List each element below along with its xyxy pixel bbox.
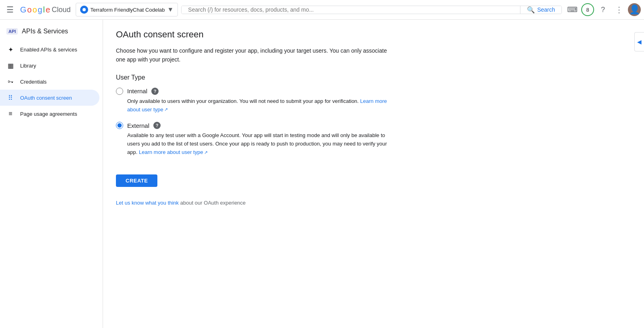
sidebar-item-label: OAuth consent screen bbox=[20, 95, 72, 101]
external-radio-input[interactable] bbox=[116, 122, 123, 129]
notification-badge[interactable]: 8 bbox=[581, 3, 594, 16]
project-selector[interactable]: Terraform FriendlyChat Codelab ▼ bbox=[76, 3, 178, 16]
avatar-icon: 👤 bbox=[629, 4, 640, 15]
search-input[interactable] bbox=[188, 6, 513, 13]
sidebar: API APIs & Services ✦ Enabled APIs & ser… bbox=[0, 20, 103, 328]
page-title: OAuth consent screen bbox=[116, 29, 631, 40]
credentials-icon: 🗝 bbox=[6, 78, 14, 86]
sidebar-item-label: Credentials bbox=[20, 79, 47, 85]
sidebar-item-enabled-apis[interactable]: ✦ Enabled APIs & services bbox=[0, 41, 99, 57]
feedback-link[interactable]: Let us know what you think bbox=[116, 200, 180, 206]
sidebar-collapse-button[interactable]: ◀ bbox=[634, 32, 644, 51]
external-description: Available to any test user with a Google… bbox=[127, 131, 389, 156]
logo-o1: o bbox=[27, 5, 32, 14]
sidebar-item-label: Library bbox=[20, 63, 36, 69]
terminal-button[interactable]: ⌨ bbox=[565, 2, 580, 17]
more-icon: ⋮ bbox=[615, 5, 623, 14]
search-button-label: Search bbox=[537, 6, 555, 13]
external-link-icon: ↗ bbox=[164, 107, 168, 112]
external-option: External ? Available to any test user wi… bbox=[116, 122, 631, 156]
top-navigation: ☰ Google Cloud Terraform FriendlyChat Co… bbox=[0, 0, 644, 20]
logo-g: G bbox=[20, 5, 27, 14]
notification-count: 8 bbox=[586, 7, 589, 13]
footer: Let us know what you think about our OAu… bbox=[116, 200, 631, 206]
page-description: Choose how you want to configure and reg… bbox=[116, 46, 398, 64]
search-container: 🔍 Search bbox=[181, 6, 562, 14]
user-type-section-title: User Type bbox=[116, 74, 631, 81]
help-icon: ? bbox=[601, 6, 605, 14]
library-icon: ▦ bbox=[6, 62, 14, 70]
internal-description: Only available to users within your orga… bbox=[127, 97, 389, 114]
logo-l: l bbox=[43, 5, 45, 14]
sidebar-item-library[interactable]: ▦ Library bbox=[0, 57, 99, 74]
external-link-icon-2: ↗ bbox=[204, 150, 208, 155]
internal-option: Internal ? Only available to users withi… bbox=[116, 88, 631, 114]
sidebar-item-page-usage[interactable]: ≡ Page usage agreements bbox=[0, 106, 99, 122]
external-label-text: External bbox=[127, 122, 149, 129]
terminal-icon: ⌨ bbox=[567, 5, 578, 14]
sidebar-header: API APIs & Services bbox=[0, 25, 103, 41]
search-input-area bbox=[182, 6, 520, 14]
logo-e: e bbox=[45, 5, 50, 14]
project-dot-icon bbox=[80, 6, 88, 14]
nav-right-actions: ⌨ 8 ? ⋮ 👤 bbox=[565, 2, 641, 17]
main-content: ◀ OAuth consent screen Choose how you wa… bbox=[103, 20, 644, 328]
google-cloud-logo: Google Cloud bbox=[20, 5, 71, 14]
internal-radio-input[interactable] bbox=[116, 88, 123, 95]
create-button-container: CREATE bbox=[116, 165, 631, 197]
collapse-icon: ◀ bbox=[637, 39, 642, 45]
page-layout: API APIs & Services ✦ Enabled APIs & ser… bbox=[0, 20, 644, 328]
internal-radio-label[interactable]: Internal ? bbox=[116, 88, 631, 95]
logo-o2: o bbox=[33, 5, 37, 14]
sidebar-title: APIs & Services bbox=[22, 28, 68, 35]
logo-g2: g bbox=[38, 5, 42, 14]
external-radio-label[interactable]: External ? bbox=[116, 122, 631, 129]
create-button[interactable]: CREATE bbox=[116, 174, 157, 187]
user-avatar[interactable]: 👤 bbox=[628, 3, 641, 16]
api-badge: API bbox=[6, 28, 18, 35]
hamburger-menu-icon[interactable]: ☰ bbox=[3, 2, 17, 18]
external-learn-more-link[interactable]: Learn more about user type↗ bbox=[139, 149, 208, 155]
sidebar-item-credentials[interactable]: 🗝 Credentials bbox=[0, 74, 99, 90]
help-button[interactable]: ? bbox=[596, 2, 610, 17]
project-chevron-icon: ▼ bbox=[167, 6, 174, 13]
search-icon: 🔍 bbox=[527, 6, 535, 14]
enabled-apis-icon: ✦ bbox=[6, 45, 14, 53]
project-name: Terraform FriendlyChat Codelab bbox=[91, 7, 165, 13]
logo-cloud-text: Cloud bbox=[52, 6, 71, 14]
external-help-icon[interactable]: ? bbox=[153, 122, 161, 129]
sidebar-item-label: Page usage agreements bbox=[20, 111, 77, 117]
sidebar-item-oauth-consent[interactable]: ⠿ OAuth consent screen bbox=[0, 90, 99, 106]
page-usage-icon: ≡ bbox=[6, 110, 14, 118]
search-button[interactable]: 🔍 Search bbox=[520, 6, 561, 14]
more-options-button[interactable]: ⋮ bbox=[612, 2, 626, 17]
internal-help-icon[interactable]: ? bbox=[151, 88, 159, 95]
oauth-consent-icon: ⠿ bbox=[6, 94, 14, 102]
sidebar-item-label: Enabled APIs & services bbox=[20, 47, 77, 53]
internal-label-text: Internal bbox=[127, 88, 147, 94]
